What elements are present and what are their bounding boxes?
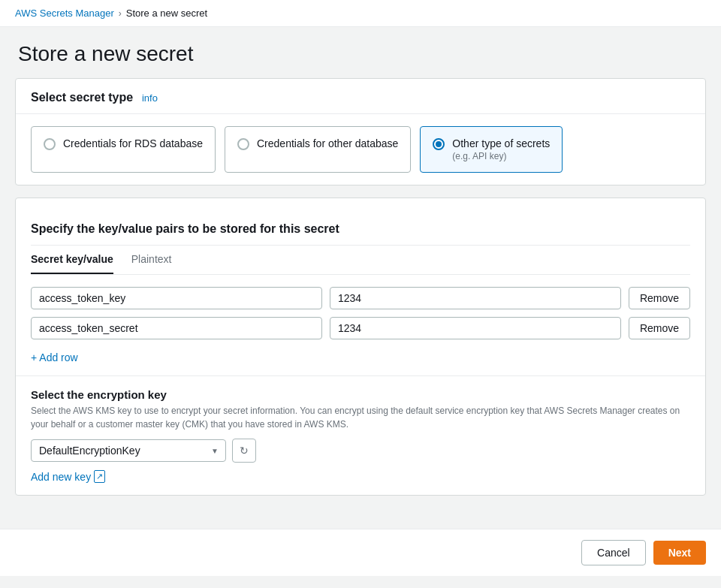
secret-type-other-db[interactable]: Credentials for other database (225, 126, 411, 173)
footer-bar: Cancel Next (0, 529, 721, 576)
secret-type-other[interactable]: Other type of secrets (e.g. API key) (420, 126, 563, 173)
kv-key-1[interactable] (31, 287, 322, 309)
encryption-key-select[interactable]: DefaultEncryptionKey (31, 439, 226, 462)
tab-plaintext[interactable]: Plaintext (131, 246, 172, 274)
secret-type-card: Select secret type info Credentials for … (15, 78, 706, 185)
kv-value-1[interactable] (330, 287, 621, 309)
encryption-section: Select the encryption key Select the AWS… (16, 375, 705, 495)
breadcrumb-parent[interactable]: AWS Secrets Manager (15, 8, 114, 19)
add-row-link[interactable]: + Add row (31, 351, 78, 363)
secret-type-options: Credentials for RDS database Credentials… (16, 114, 705, 185)
kv-pairs-card: Specify the key/value pairs to be stored… (15, 198, 706, 496)
other-option-sub: (e.g. API key) (452, 151, 550, 161)
breadcrumb-current: Store a new secret (126, 8, 207, 19)
breadcrumb-separator: › (119, 8, 122, 19)
refresh-button[interactable]: ↻ (232, 439, 256, 463)
radio-other-db (237, 138, 249, 150)
encryption-title: Select the encryption key (31, 388, 690, 401)
rds-option-label: Credentials for RDS database (63, 137, 203, 149)
kv-row-1: Remove (31, 287, 690, 309)
add-key-label: Add new key (31, 471, 91, 483)
encryption-controls: DefaultEncryptionKey ↻ (31, 439, 690, 463)
kv-value-2[interactable] (330, 317, 621, 339)
tab-secret-kv[interactable]: Secret key/value (31, 246, 113, 274)
add-key-link[interactable]: Add new key ↗ (31, 470, 105, 483)
info-link[interactable]: info (142, 92, 158, 104)
breadcrumb: AWS Secrets Manager › Store a new secret (0, 0, 721, 27)
kv-row-2: Remove (31, 317, 690, 339)
page-title: Store a new secret (0, 27, 721, 78)
radio-rds (44, 138, 56, 150)
cancel-button[interactable]: Cancel (581, 540, 646, 565)
secret-type-section-title: Select secret type (31, 91, 133, 104)
remove-btn-2[interactable]: Remove (629, 317, 690, 339)
encryption-desc: Select the AWS KMS key to use to encrypt… (31, 404, 690, 431)
kv-section-title: Specify the key/value pairs to be stored… (31, 210, 690, 246)
other-option-label: Other type of secrets (452, 137, 550, 149)
kv-tabs: Secret key/value Plaintext (31, 246, 690, 275)
refresh-icon: ↻ (240, 445, 249, 457)
encryption-select-wrapper: DefaultEncryptionKey (31, 439, 226, 462)
remove-btn-1[interactable]: Remove (629, 287, 690, 309)
next-button[interactable]: Next (653, 541, 706, 565)
secret-type-rds[interactable]: Credentials for RDS database (31, 126, 216, 173)
radio-other (433, 138, 445, 150)
other-db-option-label: Credentials for other database (257, 137, 398, 149)
kv-key-2[interactable] (31, 317, 322, 339)
external-link-icon: ↗ (94, 470, 105, 483)
